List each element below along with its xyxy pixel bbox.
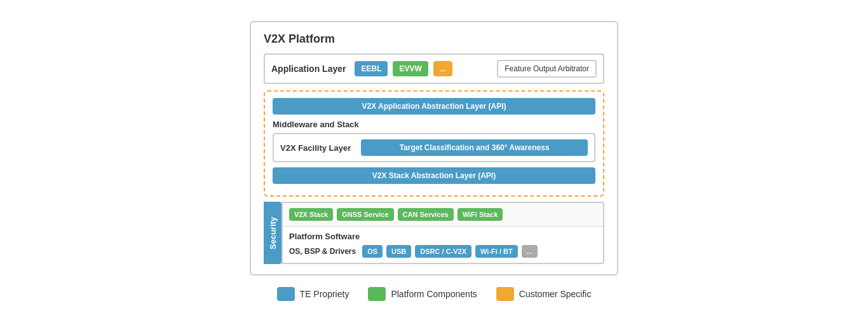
middleware-label: Middleware and Stack xyxy=(273,120,595,129)
drivers-row: OS, BSP & Drivers OS USB DSRC / C-V2X Wi… xyxy=(289,245,597,258)
legend-label-customer: Customer Specific xyxy=(519,289,592,299)
security-label: Security xyxy=(268,216,278,249)
diagram-title: V2X Platform xyxy=(264,32,604,46)
legend-label-te: TE Propriety xyxy=(300,289,349,299)
api-bar-1: V2X Application Abstraction Layer (API) xyxy=(273,98,595,115)
evw-badge: EVVW xyxy=(393,61,428,76)
platform-software-label: Platform Software xyxy=(289,232,597,241)
legend-box-orange xyxy=(496,287,514,301)
facility-label: V2X Facility Layer xyxy=(280,143,351,153)
legend-item-te: TE Propriety xyxy=(277,287,349,301)
platform-software-section: Platform Software OS, BSP & Drivers OS U… xyxy=(283,227,603,263)
outer-row: Security V2X Stack GNSS Service CAN Serv… xyxy=(264,202,604,264)
app-layer-label: Application Layer xyxy=(271,64,346,74)
main-container: V2X Platform Application Layer EEBL EVVW… xyxy=(0,21,868,301)
usb-badge: USB xyxy=(386,245,411,258)
api-bar-2: V2X Stack Abstraction Layer (API) xyxy=(273,167,595,184)
right-panel: V2X Stack GNSS Service CAN Services WiFi… xyxy=(281,202,604,264)
v2x-stack-badge: V2X Stack xyxy=(289,208,333,221)
target-bar: Target Classification and 360° Awareness xyxy=(361,139,588,156)
os-badge: OS xyxy=(362,245,383,258)
wifi-bt-badge: Wi-Fi / BT xyxy=(475,245,518,258)
diagram-wrapper: V2X Platform Application Layer EEBL EVVW… xyxy=(250,21,618,276)
app-layer-row: Application Layer EEBL EVVW ... Feature … xyxy=(264,53,604,84)
legend-label-platform: Platform Components xyxy=(391,289,477,299)
legend-item-customer: Customer Specific xyxy=(496,287,592,301)
legend: TE Propriety Platform Components Custome… xyxy=(277,287,592,301)
gnss-badge: GNSS Service xyxy=(337,208,393,221)
dsrc-badge: DSRC / C-V2X xyxy=(415,245,471,258)
can-badge: CAN Services xyxy=(398,208,454,221)
facility-row: V2X Facility Layer Target Classification… xyxy=(273,133,595,162)
feature-arbitrator: Feature Output Arbitrator xyxy=(497,60,597,78)
stack-row: V2X Stack GNSS Service CAN Services WiFi… xyxy=(283,203,603,227)
security-sidebar: Security xyxy=(264,202,281,264)
legend-box-blue xyxy=(277,287,295,301)
middleware-dashed-box: V2X Application Abstraction Layer (API) … xyxy=(264,90,604,197)
drivers-label: OS, BSP & Drivers xyxy=(289,247,356,256)
wifi-badge: WiFi Stack xyxy=(458,208,503,221)
dots-badge: ... xyxy=(433,61,452,76)
eebl-badge: EEBL xyxy=(355,61,388,76)
legend-box-green xyxy=(368,287,386,301)
ps-dots-badge: ... xyxy=(522,245,538,258)
legend-item-platform: Platform Components xyxy=(368,287,477,301)
